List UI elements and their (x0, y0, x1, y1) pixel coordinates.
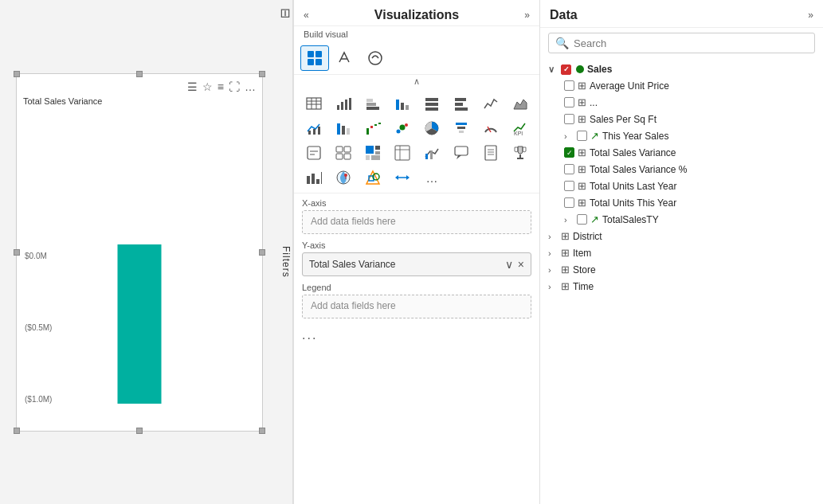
total-sales-ty-checkbox[interactable] (577, 214, 587, 225)
total-sales-variance-checkbox[interactable]: ✓ (564, 147, 574, 158)
viz-icon-shape[interactable] (359, 166, 386, 189)
expand-icon[interactable]: ⛶ (229, 80, 240, 93)
tree-time[interactable]: › ⊞ Time (540, 278, 823, 295)
viz-icon-waterfall[interactable] (359, 116, 386, 140)
tree-district[interactable]: › ⊞ District (540, 228, 823, 244)
tree-avg-unit-price[interactable]: ⊞ Average Unit Price (540, 77, 823, 94)
pin-icon[interactable]: ☆ (202, 80, 213, 93)
tree-this-year-sales[interactable]: › ↗ This Year Sales (540, 127, 823, 144)
viz-icon-ribbon[interactable] (330, 116, 357, 140)
tree-total-sales-variance[interactable]: ✓ ⊞ Total Sales Variance (540, 144, 823, 161)
viz-icon-linecluster2[interactable] (418, 141, 445, 165)
data-expand-arrow[interactable]: » (808, 10, 813, 21)
this-year-expand[interactable]: › (564, 131, 574, 141)
viz-icon-arrows[interactable] (389, 166, 416, 189)
tree-total-sales-ty[interactable]: › ↗ TotalSalesTY (540, 211, 823, 228)
total-sales-ty-expand[interactable]: › (564, 215, 574, 225)
viz-icon-table[interactable] (300, 92, 327, 115)
viz-icon-format[interactable] (331, 45, 359, 71)
viz-icon-grid[interactable] (300, 45, 329, 71)
viz-icon-funnel[interactable] (448, 116, 475, 140)
time-expand[interactable]: › (548, 282, 558, 291)
tree-total-units-this-year[interactable]: ⊞ Total Units This Year (540, 194, 823, 211)
viz-icon-kpi[interactable]: KPI (507, 116, 534, 140)
viz-icon-smallmultiple[interactable] (300, 166, 327, 189)
viz-icon-100bar[interactable] (418, 92, 445, 115)
tree-item[interactable]: › ⊞ Item (540, 244, 823, 261)
hamburger-icon[interactable]: ☰ (187, 80, 198, 93)
xaxis-drop[interactable]: Add data fields here (302, 210, 531, 234)
svg-rect-42 (456, 123, 467, 125)
search-input[interactable] (574, 37, 808, 49)
handle-ml[interactable] (14, 249, 20, 256)
handle-tm[interactable] (136, 71, 143, 77)
sales-dot (576, 65, 584, 73)
total-units-last-year-icon: ⊞ (578, 180, 586, 192)
viz-collapse-arrow[interactable]: « (304, 10, 309, 21)
viz-icon-paginated[interactable] (477, 141, 504, 165)
total-sales-variance-pct-checkbox[interactable] (564, 164, 574, 174)
ellipsis-checkbox[interactable] (564, 97, 574, 107)
tree-total-sales-variance-pct[interactable]: ⊞ Total Sales Variance % (540, 161, 823, 178)
viz-icon-pie[interactable] (418, 116, 445, 140)
svg-rect-70 (519, 154, 521, 158)
sales-checkbox[interactable]: ✓ (561, 64, 571, 75)
viz-icon-clusteredbar[interactable] (389, 92, 416, 115)
viz-icon-azuremap[interactable] (330, 166, 357, 189)
yaxis-close[interactable]: × (518, 258, 524, 271)
filter-icon[interactable]: ≡ (218, 80, 224, 93)
handle-br[interactable] (259, 428, 265, 434)
this-year-checkbox[interactable] (577, 131, 587, 141)
legend-drop[interactable]: Add data fields here (302, 295, 531, 318)
viz-icon-line[interactable] (477, 92, 504, 115)
avg-unit-price-checkbox[interactable] (564, 80, 574, 91)
viz-icon-scatter[interactable] (389, 116, 416, 140)
chart-bar (118, 244, 162, 404)
tree-store[interactable]: › ⊞ Store (540, 261, 823, 278)
viz-icon-multicard[interactable] (330, 141, 357, 165)
sales-sq-ft-checkbox[interactable] (564, 114, 574, 124)
total-units-this-year-checkbox[interactable] (564, 197, 574, 208)
item-expand[interactable]: › (548, 248, 558, 258)
sales-expand[interactable]: ∨ (548, 64, 558, 75)
viz-expand-arrow[interactable]: » (524, 10, 530, 21)
viz-header: « Visualizations » (294, 0, 539, 26)
avg-unit-price-label: Average Unit Price (590, 80, 815, 92)
yaxis-filled[interactable]: Total Sales Variance ∨ × (302, 252, 531, 276)
handle-tl[interactable] (14, 71, 20, 77)
store-expand[interactable]: › (548, 265, 558, 275)
viz-icon-matrix[interactable] (389, 141, 416, 165)
handle-mr[interactable] (259, 249, 265, 256)
svg-rect-47 (308, 147, 320, 159)
search-box[interactable]: 🔍 (548, 33, 815, 53)
viz-icon-more[interactable]: … (418, 166, 445, 189)
viz-icon-area[interactable] (507, 92, 534, 115)
viz-icon-gauge[interactable] (477, 116, 504, 140)
more-icon[interactable]: … (245, 80, 256, 93)
svg-rect-17 (366, 99, 373, 102)
viz-icon-card[interactable] (300, 141, 327, 165)
district-expand[interactable]: › (548, 232, 558, 241)
data-tree: ∨ ✓ Sales ⊞ Average Unit Price ⊞ ... ⊞ S… (540, 58, 823, 504)
xaxis-section: X-axis Add data fields here (302, 198, 531, 234)
filters-tab[interactable]: ⊟ Filters (279, 0, 293, 504)
viz-icon-hbar[interactable] (448, 92, 475, 115)
total-units-last-year-checkbox[interactable] (564, 181, 574, 191)
viz-icon-treemap[interactable] (359, 141, 386, 165)
yaxis-chevron[interactable]: ∨ (505, 258, 513, 271)
viz-icon-lineclustered[interactable] (300, 116, 327, 140)
handle-bm[interactable] (136, 428, 143, 434)
tree-sales-per-sq-ft[interactable]: ⊞ Sales Per Sq Ft (540, 111, 823, 127)
district-label: District (573, 231, 815, 242)
handle-bl[interactable] (14, 428, 20, 434)
handle-tr[interactable] (259, 71, 265, 77)
viz-icon-stackedbar[interactable] (359, 92, 386, 115)
tree-sales[interactable]: ∨ ✓ Sales (540, 61, 823, 77)
tree-total-units-last-year[interactable]: ⊞ Total Units Last Year (540, 178, 823, 194)
viz-icon-bar[interactable] (330, 92, 357, 115)
viz-icon-chat[interactable] (448, 141, 475, 165)
viz-icon-analytics[interactable] (361, 45, 390, 71)
svg-rect-63 (430, 150, 433, 159)
viz-icon-trophy[interactable] (507, 141, 534, 165)
field-wells-more[interactable]: ... (302, 325, 531, 346)
